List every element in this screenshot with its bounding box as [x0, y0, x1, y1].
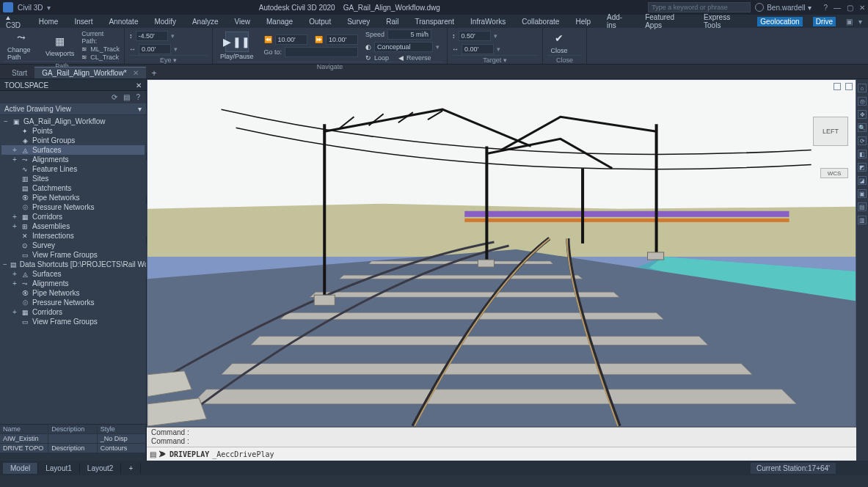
tree-intersections[interactable]: ✕Intersections [1, 231, 145, 241]
tree-surfaces[interactable]: +◬Surfaces [1, 145, 145, 155]
tree-points[interactable]: ✦Points [1, 126, 145, 136]
reverse-icon[interactable]: ◀ [398, 54, 404, 62]
tab-manage[interactable]: Manage [263, 17, 296, 26]
tree-alignments[interactable]: +⤳Alignments [1, 155, 145, 164]
sc-pipe-networks[interactable]: ⦿Pipe Networks [1, 288, 145, 298]
eye-offset-input[interactable]: 0.00' [139, 44, 171, 54]
tab-annotate[interactable]: Annotate [106, 17, 141, 26]
layout-tab-layout1[interactable]: Layout1 [38, 463, 80, 474]
cell[interactable]: DRIVE TOPO [0, 444, 48, 453]
layout-add-button[interactable]: + [121, 463, 141, 474]
chevron-down-icon[interactable]: ▾ [138, 105, 142, 113]
doc-tab-active[interactable]: GA_Rail_Align_Workflow*✕ [34, 67, 145, 78]
forward-icon[interactable]: ⏩ [315, 36, 323, 43]
col-desc[interactable]: Description [48, 425, 97, 434]
tree-pipe-networks[interactable]: ⦿Pipe Networks [1, 193, 145, 202]
rewind-icon[interactable]: ⏪ [264, 36, 272, 43]
tab-insert[interactable]: Insert [71, 17, 95, 26]
navbar-show-icon[interactable]: ◧ [858, 150, 867, 158]
doc-tab-start[interactable]: Start [4, 67, 34, 78]
navbar-wheel-icon[interactable]: ◎ [858, 97, 867, 106]
tree-data-shortcuts[interactable]: −▤Data Shortcuts [D:\PROJECTS\Rail Work.… [1, 260, 145, 269]
sc-corridors[interactable]: +▦Corridors [1, 307, 145, 317]
tab-featured-apps[interactable]: Featured Apps [642, 12, 690, 30]
vp-max-icon[interactable] [845, 83, 853, 90]
vp-min-icon[interactable] [834, 83, 841, 90]
tab-help[interactable]: Help [572, 17, 594, 26]
tab-survey[interactable]: Survey [344, 17, 373, 26]
cell[interactable]: Contours [98, 444, 146, 453]
navbar-extra3-icon[interactable]: ▣ [858, 189, 867, 198]
navbar-extra2-icon[interactable]: ◪ [858, 176, 867, 185]
toolspace-icon-3[interactable]: ? [136, 93, 140, 101]
cell[interactable]: _No Disp [98, 434, 146, 444]
wcs-label[interactable]: WCS [820, 168, 848, 178]
viewports-button[interactable]: ▦ Viewports [43, 33, 77, 57]
change-path-button[interactable]: ⤳ Change Path [4, 29, 38, 61]
tab-view[interactable]: View [232, 17, 254, 26]
panel-options-icon[interactable]: ▣ [846, 18, 853, 26]
tab-express-tools[interactable]: Express Tools [701, 12, 747, 30]
goto-input[interactable] [285, 47, 358, 57]
tab-geolocation[interactable]: Geolocation [757, 17, 802, 26]
eye-height-input[interactable]: -4.50' [136, 31, 168, 41]
search-input[interactable]: Type a keyword or phrase [648, 2, 751, 12]
layout-tab-model[interactable]: Model [3, 463, 38, 474]
tab-addins[interactable]: Add-ins [604, 12, 632, 30]
tree-point-groups[interactable]: ◈Point Groups [1, 136, 145, 145]
toolspace-icon-2[interactable]: ▤ [123, 93, 130, 101]
sc-view-frame-groups[interactable]: ▭View Frame Groups [1, 317, 145, 326]
cell[interactable] [48, 434, 97, 444]
tab-drive[interactable]: Drive [813, 17, 836, 26]
navbar-extra4-icon[interactable]: ▤ [858, 202, 867, 211]
speed-input[interactable]: 5 mi/h [387, 29, 431, 40]
cell[interactable]: Description [48, 444, 97, 453]
navbar-home-icon[interactable]: ⌂ [858, 84, 867, 92]
viewcube[interactable]: LEFT [813, 117, 848, 146]
c3d-menu[interactable]: C3D [6, 13, 26, 29]
minimize-icon[interactable]: — [834, 4, 841, 12]
tab-rail[interactable]: Rail [383, 17, 401, 26]
qat-arrow-icon[interactable]: ▾ [47, 4, 51, 12]
navbar-extra1-icon[interactable]: ◩ [858, 163, 867, 172]
new-tab-button[interactable]: + [146, 67, 163, 78]
property-grid[interactable]: NameDescriptionStyle AIW_Existin_No Disp… [0, 424, 146, 461]
tree-view-frame-groups[interactable]: ▭View Frame Groups [1, 250, 145, 260]
view-mode-select[interactable]: Active Drawing View [4, 105, 71, 113]
navbar-pan-icon[interactable]: ✥ [858, 110, 867, 119]
tab-home[interactable]: Home [36, 17, 62, 26]
tab-analyze[interactable]: Analyze [189, 17, 222, 26]
cmd-input[interactable]: _AeccDrivePlay [212, 450, 274, 458]
ribbon-minimize-icon[interactable]: ▾ [858, 18, 862, 26]
layout-tab-layout2[interactable]: Layout2 [80, 463, 122, 474]
command-history[interactable]: Command : Command : [147, 428, 856, 447]
help-icon[interactable]: ? [823, 4, 828, 12]
visual-style-select[interactable]: Conceptual [374, 42, 433, 52]
panel-label-eye[interactable]: Eye ▾ [129, 55, 208, 64]
track1[interactable]: ML_Track [90, 45, 120, 53]
navbar-orbit-icon[interactable]: ⟳ [858, 136, 867, 145]
tree-corridors[interactable]: +▦Corridors [1, 212, 145, 221]
tree-survey[interactable]: ⊙Survey [1, 241, 145, 250]
tree-pressure-networks[interactable]: ⦾Pressure Networks [1, 202, 145, 212]
navbar-zoom-icon[interactable]: 🔍 [858, 123, 867, 132]
loop-icon[interactable]: ↻ [365, 54, 371, 62]
tab-infraworks[interactable]: InfraWorks [467, 17, 508, 26]
close-drive-button[interactable]: ✔ Close [547, 30, 571, 54]
loop-label[interactable]: Loop [374, 54, 389, 62]
tree-assemblies[interactable]: +⊞Assemblies [1, 221, 145, 231]
tab-collaborate[interactable]: Collaborate [519, 17, 562, 26]
model-viewport[interactable]: LEFT WCS [147, 79, 856, 427]
sc-alignments[interactable]: +⤳Alignments [1, 279, 145, 288]
tree-root[interactable]: −▣GA_Rail_Align_Workflow [1, 117, 145, 126]
close-tab-icon[interactable]: ✕ [133, 69, 139, 77]
sc-surfaces[interactable]: +◬Surfaces [1, 269, 145, 279]
col-style[interactable]: Style [98, 425, 146, 434]
close-icon[interactable]: ✕ [859, 4, 865, 12]
tab-modify[interactable]: Modify [151, 17, 178, 26]
rewind-input[interactable]: 10.00' [275, 34, 307, 45]
target-height-input[interactable]: 0.50' [459, 31, 491, 41]
cell[interactable]: AIW_Existin [0, 434, 48, 444]
col-name[interactable]: Name [0, 425, 48, 434]
tree-feature-lines[interactable]: ∿Feature Lines [1, 164, 145, 174]
